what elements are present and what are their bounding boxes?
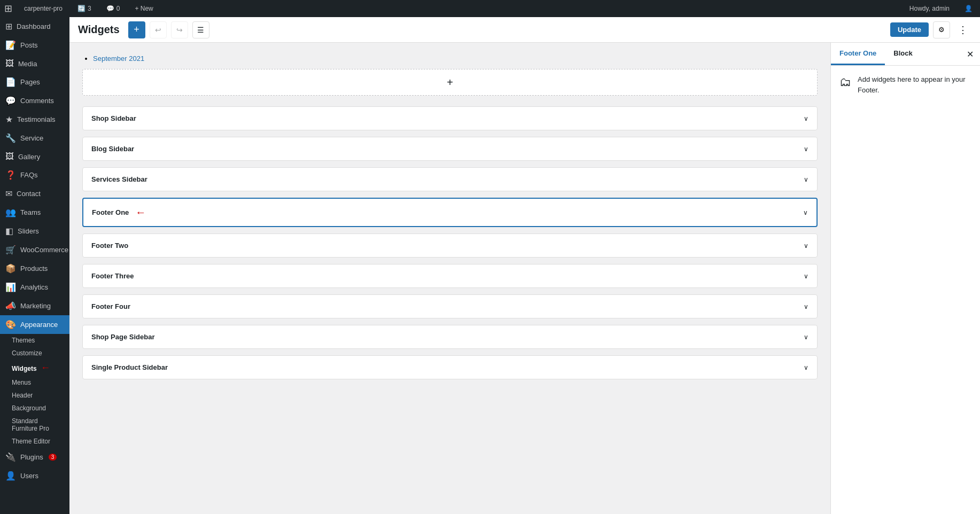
sidebar-sub-item-background[interactable]: Background [0,402,69,415]
widget-section-single-product-sidebar-title: Single Product Sidebar [91,363,168,371]
updates-count[interactable]: 🔄 3 [74,0,95,17]
appearance-submenu: Themes Customize Widgets ← Menus Header … [0,334,69,448]
sidebar-item-contact[interactable]: ✉ Contact [0,184,69,203]
more-options-button[interactable]: ⋮ [954,21,971,38]
plugins-badge: 3 [49,454,57,461]
sliders-icon: ◧ [5,226,13,236]
page-title: Widgets [78,24,120,36]
widgets-main: September 2021 + Shop Sidebar ∨ [69,43,830,514]
list-view-button[interactable]: ☰ [192,21,209,38]
sidebar-item-faqs[interactable]: ❓ FAQs [0,166,69,184]
widget-section-footer-three-header[interactable]: Footer Three ∨ [83,264,817,287]
sidebar-sub-item-standard-furniture-pro[interactable]: Standard Furniture Pro [0,415,69,435]
dashboard-icon: ⊞ [5,21,12,32]
howdy-label: Howdy, admin [906,0,953,17]
widget-section-footer-one-title: Footer One [92,208,129,216]
appearance-icon: 🎨 [5,320,16,330]
archive-link[interactable]: September 2021 [93,54,144,63]
comments-icon: 💬 [106,5,114,12]
main-layout: ⊞ Dashboard 📝 Posts 🖼 Media 📄 Pages 💬 Co… [0,17,980,514]
widget-section-shop-sidebar: Shop Sidebar ∨ [82,106,818,130]
products-icon: 📦 [5,263,16,274]
sidebar-sub-item-header[interactable]: Header [0,389,69,402]
widget-section-single-product-sidebar-header[interactable]: Single Product Sidebar ∨ [83,356,817,379]
chevron-down-icon: ∨ [804,303,808,310]
analytics-icon: 📊 [5,282,16,292]
chevron-down-icon: ∨ [804,176,808,183]
update-button[interactable]: Update [890,22,929,37]
widget-section-shop-page-sidebar: Shop Page Sidebar ∨ [82,325,818,349]
widgets-arrow-icon: ← [41,362,50,373]
widget-section-footer-three-title: Footer Three [91,272,134,280]
sidebar-sub-item-customize[interactable]: Customize [0,347,69,360]
widget-section-footer-four-header[interactable]: Footer Four ∨ [83,295,817,318]
panel-content: 🗂 Add widgets here to appear in your Foo… [831,66,980,104]
panel-close-button[interactable]: ✕ [960,45,980,64]
widget-section-services-sidebar: Services Sidebar ∨ [82,167,818,191]
sidebar-sub-item-themes[interactable]: Themes [0,334,69,347]
chevron-down-icon: ∨ [804,145,808,153]
sidebar-sub-item-theme-editor[interactable]: Theme Editor [0,435,69,448]
sidebar-item-sliders[interactable]: ◧ Sliders [0,222,69,240]
new-item-button[interactable]: + New [131,0,156,17]
right-panel: Footer One Block ✕ 🗂 Add widgets here to… [830,43,980,514]
widget-section-single-product-sidebar: Single Product Sidebar ∨ [82,355,818,379]
chevron-down-icon: ∨ [804,333,808,341]
widget-section-shop-sidebar-header[interactable]: Shop Sidebar ∨ [83,107,817,130]
sidebar-sub-item-widgets[interactable]: Widgets ← [0,360,69,376]
widget-section-blog-sidebar-header[interactable]: Blog Sidebar ∨ [83,137,817,160]
panel-tab-block[interactable]: Block [885,43,921,65]
add-block-area[interactable]: + [82,69,818,96]
sidebar-item-plugins[interactable]: 🔌 Plugins 3 [0,448,69,466]
sidebar-item-products[interactable]: 📦 Products [0,259,69,278]
posts-icon: 📝 [5,40,16,50]
widget-section-shop-page-sidebar-header[interactable]: Shop Page Sidebar ∨ [83,325,817,348]
sidebar-sub-item-menus[interactable]: Menus [0,376,69,389]
widget-section-footer-two-header[interactable]: Footer Two ∨ [83,234,817,257]
chevron-down-icon: ∨ [804,272,808,280]
panel-tab-footer-one[interactable]: Footer One [831,43,885,65]
widget-section-services-sidebar-title: Services Sidebar [91,175,147,183]
sidebar-item-testimonials[interactable]: ★ Testimonials [0,110,69,129]
widget-section-footer-one-header[interactable]: Footer One ← ∨ [83,199,816,226]
add-block-button[interactable]: + [128,21,145,38]
marketing-icon: 📣 [5,301,16,311]
toolbar: Widgets + ↩ ↪ ☰ Update ⚙ ⋮ [69,17,980,43]
widget-section-footer-two-title: Footer Two [91,242,128,250]
add-block-plus-icon: + [447,76,453,89]
sidebar-item-woocommerce[interactable]: 🛒 WooCommerce [0,240,69,259]
user-avatar[interactable]: 👤 [961,0,976,17]
sidebar-item-pages[interactable]: 📄 Pages [0,73,69,91]
sidebar: ⊞ Dashboard 📝 Posts 🖼 Media 📄 Pages 💬 Co… [0,17,69,514]
sidebar-item-users[interactable]: 👤 Users [0,466,69,485]
sidebar-item-service[interactable]: 🔧 Service [0,129,69,147]
settings-button[interactable]: ⚙ [933,21,950,38]
teams-icon: 👥 [5,207,16,217]
sidebar-item-media[interactable]: 🖼 Media [0,54,69,73]
chevron-down-icon: ∨ [804,115,808,122]
undo-button[interactable]: ↩ [150,21,167,38]
widget-section-shop-page-sidebar-title: Shop Page Sidebar [91,333,154,341]
wp-logo-icon[interactable]: ⊞ [4,3,12,14]
admin-bar: ⊞ carpenter-pro 🔄 3 💬 0 + New Howdy, adm… [0,0,980,17]
site-name[interactable]: carpenter-pro [21,0,66,17]
service-icon: 🔧 [5,133,16,143]
widget-section-footer-two: Footer Two ∨ [82,233,818,258]
comments-count[interactable]: 💬 0 [103,0,123,17]
red-arrow-left-icon: ← [135,206,146,219]
content-wrapper: Widgets + ↩ ↪ ☰ Update ⚙ ⋮ September 202… [69,17,980,514]
sidebar-item-gallery[interactable]: 🖼 Gallery [0,147,69,166]
widget-section-footer-three: Footer Three ∨ [82,264,818,288]
sidebar-item-marketing[interactable]: 📣 Marketing [0,297,69,315]
redo-button[interactable]: ↪ [171,21,188,38]
sidebar-item-teams[interactable]: 👥 Teams [0,203,69,222]
sidebar-item-comments[interactable]: 💬 Comments [0,91,69,110]
widget-section-services-sidebar-header[interactable]: Services Sidebar ∨ [83,168,817,191]
sidebar-item-dashboard[interactable]: ⊞ Dashboard [0,17,69,36]
widget-section-footer-four: Footer Four ∨ [82,294,818,318]
contact-icon: ✉ [5,189,12,199]
sidebar-item-appearance[interactable]: 🎨 Appearance [0,315,69,334]
faqs-icon: ❓ [5,170,16,180]
sidebar-item-analytics[interactable]: 📊 Analytics [0,278,69,297]
sidebar-item-posts[interactable]: 📝 Posts [0,36,69,54]
